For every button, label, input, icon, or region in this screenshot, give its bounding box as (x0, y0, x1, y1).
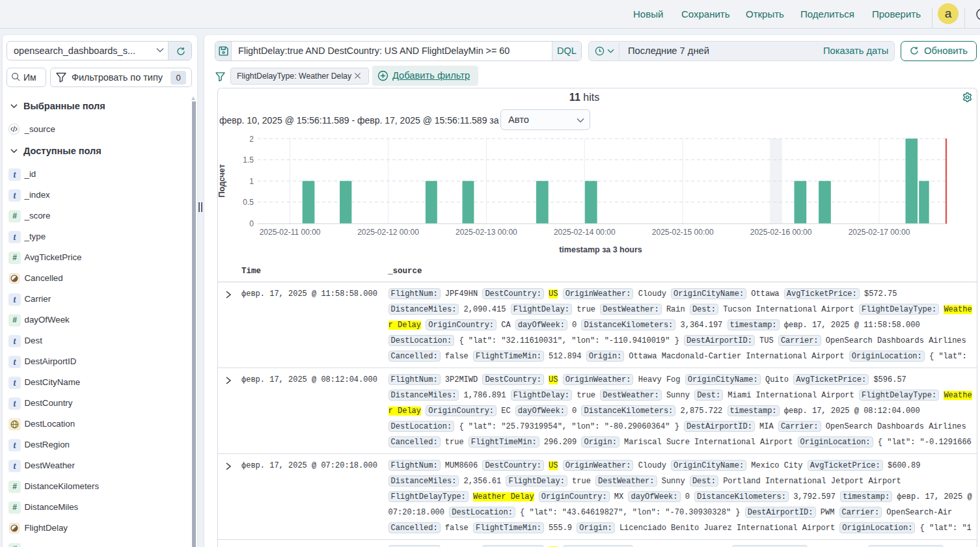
svg-text:2025-02-15 00:00: 2025-02-15 00:00 (652, 228, 714, 237)
svg-text:1.5: 1.5 (243, 155, 254, 165)
svg-text:1: 1 (249, 177, 254, 186)
svg-text:2: 2 (249, 135, 254, 144)
svg-text:2025-02-11 00:00: 2025-02-11 00:00 (260, 228, 321, 237)
svg-text:2025-02-12 00:00: 2025-02-12 00:00 (357, 228, 419, 237)
svg-text:2025-02-14 00:00: 2025-02-14 00:00 (554, 228, 616, 237)
svg-text:Подсчет: Подсчет (217, 164, 226, 197)
svg-text:2025-02-16 00:00: 2025-02-16 00:00 (750, 228, 812, 237)
svg-text:2025-02-17 00:00: 2025-02-17 00:00 (849, 228, 910, 237)
svg-text:2025-02-13 00:00: 2025-02-13 00:00 (456, 228, 517, 237)
svg-text:0: 0 (249, 219, 254, 228)
svg-text:0.5: 0.5 (243, 198, 254, 207)
svg-text:timestamp за 3 hours: timestamp за 3 hours (559, 245, 642, 254)
